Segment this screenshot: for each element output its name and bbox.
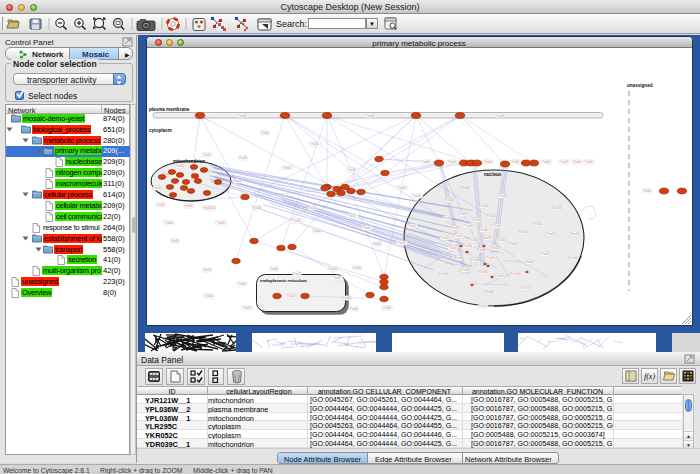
svg-text:Yxx00: Yxx00 (383, 306, 391, 310)
svg-text:Yxx00: Yxx00 (473, 218, 481, 222)
svg-text:Yxx00: Yxx00 (311, 142, 319, 146)
svg-text:Yxx00: Yxx00 (367, 114, 375, 118)
svg-text:Yxx00: Yxx00 (217, 221, 225, 225)
svg-text:Yxx00: Yxx00 (348, 168, 356, 172)
svg-text:Yxx00: Yxx00 (203, 153, 211, 157)
svg-text:Yxx00: Yxx00 (270, 267, 278, 271)
svg-text:Yxx00: Yxx00 (511, 272, 519, 276)
svg-text:Yxx00: Yxx00 (491, 246, 499, 250)
svg-text:Yxx00: Yxx00 (461, 268, 469, 272)
svg-text:Yxx00: Yxx00 (343, 296, 351, 300)
svg-text:Yxx00: Yxx00 (449, 246, 457, 250)
svg-text:Yxx00: Yxx00 (533, 222, 541, 226)
svg-text:endoplasmic reticulum: endoplasmic reticulum (260, 278, 307, 283)
svg-text:Yxx00: Yxx00 (353, 266, 361, 270)
svg-text:Yxx00: Yxx00 (239, 114, 247, 118)
svg-text:Yxx00: Yxx00 (203, 268, 211, 272)
svg-text:Yxx00: Yxx00 (363, 226, 371, 230)
svg-text:Yxx00: Yxx00 (479, 304, 487, 308)
svg-text:Yxx00: Yxx00 (484, 160, 492, 164)
svg-text:Yxx00: Yxx00 (483, 236, 491, 240)
svg-text:Yxx00: Yxx00 (477, 248, 485, 252)
svg-text:Yxx00: Yxx00 (293, 272, 301, 276)
svg-text:Yxx00: Yxx00 (398, 241, 406, 245)
svg-text:Yxx00: Yxx00 (541, 252, 549, 256)
svg-text:Yxx00: Yxx00 (165, 221, 173, 225)
svg-text:Yxx00: Yxx00 (509, 242, 517, 246)
svg-text:Yxx00: Yxx00 (496, 114, 504, 118)
svg-text:Yxx00: Yxx00 (313, 229, 321, 233)
svg-text:Yxx00: Yxx00 (643, 189, 651, 193)
svg-text:Yxx00: Yxx00 (461, 186, 469, 190)
svg-text:Yxx00: Yxx00 (499, 194, 507, 198)
svg-text:Yxx00: Yxx00 (585, 160, 593, 164)
svg-text:cytoplasm: cytoplasm (149, 128, 172, 133)
svg-text:Yxx00: Yxx00 (459, 212, 467, 216)
svg-text:Yxx00: Yxx00 (283, 166, 291, 170)
svg-text:Yxx00: Yxx00 (479, 228, 487, 232)
svg-text:Yxx00: Yxx00 (171, 239, 179, 243)
svg-text:Yxx00: Yxx00 (547, 232, 555, 236)
svg-text:Yxx00: Yxx00 (525, 260, 533, 264)
svg-text:nucleus: nucleus (484, 172, 502, 177)
svg-text:Yxx00: Yxx00 (413, 194, 421, 198)
svg-text:Yxx00: Yxx00 (287, 294, 295, 298)
svg-text:Yxx00: Yxx00 (497, 238, 505, 242)
svg-text:Yxx00: Yxx00 (455, 234, 463, 238)
svg-text:Yxx00: Yxx00 (373, 242, 381, 246)
svg-text:unassigned: unassigned (627, 83, 653, 88)
svg-text:Yxx00: Yxx00 (350, 307, 358, 311)
svg-text:Yxx00: Yxx00 (293, 219, 301, 223)
svg-text:Yxx00: Yxx00 (205, 294, 213, 298)
svg-text:Yxx00: Yxx00 (495, 274, 503, 278)
svg-text:Yxx00: Yxx00 (542, 160, 550, 164)
svg-text:Yxx00: Yxx00 (519, 230, 527, 234)
svg-text:Yxx00: Yxx00 (422, 160, 430, 164)
svg-text:plasma membrane: plasma membrane (149, 107, 190, 112)
svg-text:Yxx00: Yxx00 (479, 204, 487, 208)
svg-text:Yxx00: Yxx00 (511, 160, 519, 164)
svg-text:Yxx00: Yxx00 (308, 206, 316, 210)
svg-text:Yxx00: Yxx00 (487, 214, 495, 218)
svg-text:Yxx00: Yxx00 (238, 282, 246, 286)
svg-text:Yxx00: Yxx00 (333, 276, 341, 280)
svg-text:Yxx00: Yxx00 (439, 272, 447, 276)
svg-text:Yxx00: Yxx00 (523, 286, 531, 290)
svg-text:Yxx00: Yxx00 (448, 160, 456, 164)
svg-text:Yxx00: Yxx00 (465, 224, 473, 228)
svg-text:Yxx00: Yxx00 (175, 164, 183, 168)
svg-text:Yxx00: Yxx00 (239, 156, 247, 160)
svg-text:Yxx00: Yxx00 (471, 258, 479, 262)
svg-text:Yxx00: Yxx00 (553, 206, 561, 210)
svg-text:Yxx00: Yxx00 (469, 238, 477, 242)
svg-text:Yxx00: Yxx00 (184, 204, 192, 208)
svg-text:Yxx00: Yxx00 (463, 244, 471, 248)
svg-text:Yxx00: Yxx00 (348, 214, 356, 218)
svg-text:Yxx00: Yxx00 (560, 160, 568, 164)
svg-text:Yxx00: Yxx00 (253, 206, 261, 210)
svg-text:Yxx00: Yxx00 (443, 216, 451, 220)
svg-text:Yxx00: Yxx00 (487, 256, 495, 260)
svg-text:Yxx00: Yxx00 (408, 224, 416, 228)
svg-text:Yxx00: Yxx00 (479, 270, 487, 274)
svg-text:Yxx00: Yxx00 (203, 206, 211, 210)
svg-text:Yxx00: Yxx00 (329, 267, 337, 271)
svg-text:Yxx00: Yxx00 (455, 256, 463, 260)
svg-text:Yxx00: Yxx00 (569, 256, 577, 260)
svg-text:Yxx00: Yxx00 (153, 186, 161, 190)
svg-text:Yxx00: Yxx00 (445, 198, 453, 202)
svg-text:Yxx00: Yxx00 (571, 232, 579, 236)
svg-text:Yxx00: Yxx00 (243, 306, 251, 310)
svg-text:Yxx00: Yxx00 (493, 224, 501, 228)
svg-text:Yxx00: Yxx00 (485, 290, 493, 294)
svg-text:Yxx00: Yxx00 (451, 226, 459, 230)
svg-text:Yxx00: Yxx00 (156, 203, 164, 207)
svg-text:Yxx00: Yxx00 (398, 186, 406, 190)
svg-text:Yxx00: Yxx00 (573, 160, 581, 164)
svg-text:Yxx00: Yxx00 (261, 131, 269, 135)
svg-text:Yxx00: Yxx00 (233, 179, 241, 183)
svg-text:Yxx00: Yxx00 (441, 236, 449, 240)
